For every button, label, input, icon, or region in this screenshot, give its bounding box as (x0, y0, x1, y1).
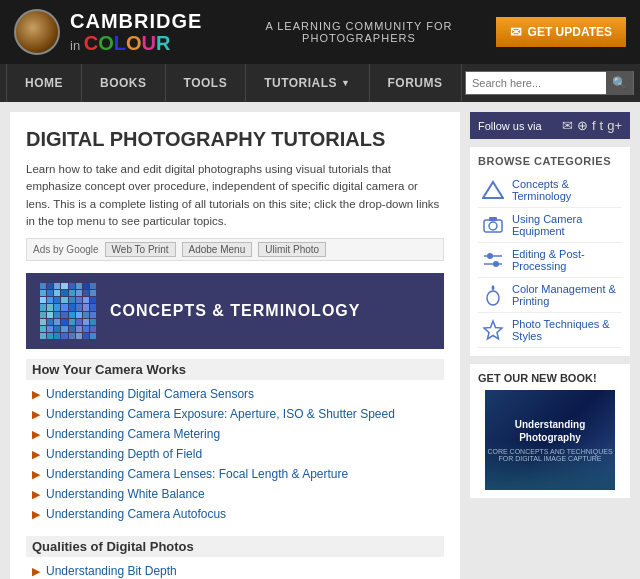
ads-btn-2[interactable]: Adobe Menu (182, 242, 253, 257)
tutorial-link[interactable]: Understanding Camera Exposure: Aperture,… (46, 407, 395, 421)
category-item-4[interactable]: Photo Techniques & Styles (478, 313, 622, 348)
ads-btn-1[interactable]: Web To Print (105, 242, 176, 257)
googleplus-icon[interactable]: g+ (607, 118, 622, 133)
ads-label: Ads by Google (33, 244, 99, 255)
category-item-2[interactable]: Editing & Post-Processing (478, 243, 622, 278)
list-item[interactable]: ▶Understanding White Balance (26, 484, 444, 504)
arrow-icon: ▶ (32, 468, 40, 481)
arrow-icon: ▶ (32, 388, 40, 401)
email-icon[interactable]: ✉ (562, 118, 573, 133)
category-item-0[interactable]: Concepts & Terminology (478, 173, 622, 208)
svg-point-6 (487, 253, 493, 259)
mosaic-cell (54, 319, 60, 325)
mosaic-cell (40, 283, 46, 289)
list-item[interactable]: ▶Understanding Depth of Field (26, 444, 444, 464)
tutorial-link[interactable]: Understanding Bit Depth (46, 564, 177, 578)
arrow-icon: ▶ (32, 448, 40, 461)
search-button[interactable]: 🔍 (606, 71, 633, 95)
mosaic-cell (69, 312, 75, 318)
arrow-icon: ▶ (32, 428, 40, 441)
envelope-icon: ✉ (510, 24, 522, 40)
list-item[interactable]: ▶Understanding Camera Exposure: Aperture… (26, 404, 444, 424)
logo-icon (14, 9, 60, 55)
mosaic-cell (90, 290, 96, 296)
list-item[interactable]: ▶Understanding Camera Lenses: Focal Leng… (26, 464, 444, 484)
list-item[interactable]: ▶Understanding Camera Metering (26, 424, 444, 444)
list-item[interactable]: ▶Understanding Digital Camera Sensors (26, 384, 444, 404)
tutorial-link[interactable]: Understanding Camera Autofocus (46, 507, 226, 521)
mosaic-cell (61, 326, 67, 332)
arrow-icon: ▶ (32, 565, 40, 578)
list-item[interactable]: ▶Understanding Camera Autofocus (26, 504, 444, 524)
tutorial-link[interactable]: Understanding Depth of Field (46, 447, 202, 461)
nav-tutorials[interactable]: TUTORIALS ▼ (246, 64, 369, 102)
mosaic-cell (40, 333, 46, 339)
nav-forums[interactable]: FORUMS (370, 64, 462, 102)
main-layout: DIGITAL PHOTOGRAPHY TUTORIALS Learn how … (0, 102, 640, 579)
logo-area: CAMBRIDGE in COLOUR (14, 9, 202, 55)
svg-rect-3 (489, 217, 497, 221)
mosaic-cell (69, 297, 75, 303)
browse-title: BROWSE CATEGORIES (478, 155, 622, 167)
mosaic-cell (54, 333, 60, 339)
mosaic-cell (40, 326, 46, 332)
book-cover-title: Understanding Photography (485, 418, 615, 444)
mosaic-cell (69, 326, 75, 332)
book-promo: GET OUR NEW BOOK! Understanding Photogra… (470, 364, 630, 498)
sidebar: Follow us via ✉ ⊕ f t g+ BROWSE CATEGORI… (470, 112, 630, 579)
tutorial-link[interactable]: Understanding Digital Camera Sensors (46, 387, 254, 401)
category-item-1[interactable]: Using Camera Equipment (478, 208, 622, 243)
nav-tools[interactable]: TOOlS (166, 64, 247, 102)
mosaic-cell (54, 297, 60, 303)
arrow-icon: ▶ (32, 488, 40, 501)
mosaic-cell (54, 290, 60, 296)
arrow-icon: ▶ (32, 508, 40, 521)
navigation: HOME BOOKS TOOlS TUTORIALS ▼ FORUMS 🔍 (0, 64, 640, 102)
mosaic-cell (83, 319, 89, 325)
mosaic-cell (69, 333, 75, 339)
tutorial-link[interactable]: Understanding Camera Metering (46, 427, 220, 441)
mosaic-cell (83, 290, 89, 296)
mosaic-cell (61, 312, 67, 318)
chevron-down-icon: ▼ (341, 78, 350, 88)
get-updates-label: GET UPDATES (528, 25, 612, 39)
ads-btn-3[interactable]: Ulimit Photo (258, 242, 326, 257)
category-icon (482, 284, 504, 306)
mosaic-cell (61, 290, 67, 296)
nav-home[interactable]: HOME (6, 64, 82, 102)
search-input[interactable] (466, 72, 606, 94)
svg-marker-0 (483, 182, 503, 198)
book-cover[interactable]: Understanding Photography CORE CONCEPTS … (485, 390, 615, 490)
tutorial-link[interactable]: Understanding White Balance (46, 487, 205, 501)
camera-works-section: How Your Camera Works ▶Understanding Dig… (26, 359, 444, 524)
mosaic-cell (83, 297, 89, 303)
tutorial-link[interactable]: Understanding Camera Lenses: Focal Lengt… (46, 467, 348, 481)
logo-cambridge: CAMBRIDGE (70, 10, 202, 32)
mosaic-cell (40, 304, 46, 310)
nav-books[interactable]: BOOKS (82, 64, 166, 102)
category-item-3[interactable]: Color Management & Printing (478, 278, 622, 313)
mosaic-cell (83, 283, 89, 289)
get-updates-button[interactable]: ✉ GET UPDATES (496, 17, 626, 47)
mosaic-cell (47, 290, 53, 296)
mosaic-icon (40, 283, 96, 339)
header: CAMBRIDGE in COLOUR A LEARNING COMMUNITY… (0, 0, 640, 64)
concepts-section-header: CONCEPTS & TERMINOLOGY (26, 273, 444, 349)
rss-icon[interactable]: ⊕ (577, 118, 588, 133)
mosaic-cell (69, 304, 75, 310)
facebook-icon[interactable]: f (592, 118, 596, 133)
mosaic-cell (76, 290, 82, 296)
logo-in: in (70, 38, 80, 53)
mosaic-cell (61, 319, 67, 325)
mosaic-cell (61, 297, 67, 303)
list-item[interactable]: ▶Understanding Bit Depth (26, 561, 444, 579)
mosaic-cell (54, 326, 60, 332)
mosaic-cell (47, 297, 53, 303)
mosaic-cell (76, 319, 82, 325)
mosaic-cell (54, 312, 60, 318)
mosaic-cell (40, 312, 46, 318)
svg-marker-9 (484, 321, 502, 339)
twitter-icon[interactable]: t (600, 118, 604, 133)
category-label: Using Camera Equipment (512, 213, 618, 237)
mosaic-cell (47, 304, 53, 310)
